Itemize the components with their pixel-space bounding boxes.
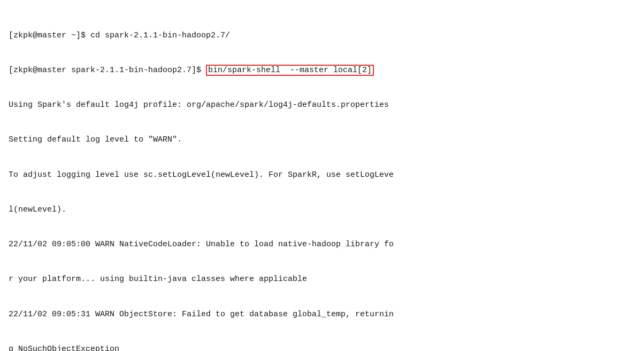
highlighted-command: bin/spark-shell --master local[2] [206,65,374,76]
terminal-line: 22/11/02 09:05:31 WARN ObjectStore: Fail… [9,309,635,321]
terminal-command-line: [zkpk@master spark-2.1.1-bin-hadoop2.7]$… [9,65,635,76]
terminal-line: To adjust logging level use sc.setLogLev… [9,169,635,181]
command-prefix: [zkpk@master spark-2.1.1-bin-hadoop2.7]$ [9,66,206,75]
terminal-line: Using Spark's default log4j profile: org… [9,99,635,111]
terminal-line: g NoSuchObjectException [9,344,635,351]
terminal-line: r your platform... using builtin-java cl… [9,274,635,285]
terminal-line: l(newLevel). [9,204,635,216]
terminal-output: [zkpk@master ~]$ cd spark-2.1.1-bin-hado… [9,6,635,351]
terminal-line: [zkpk@master ~]$ cd spark-2.1.1-bin-hado… [9,30,635,42]
terminal-line: 22/11/02 09:05:00 WARN NativeCodeLoader:… [9,239,635,251]
terminal-line: Setting default log level to "WARN". [9,134,635,146]
